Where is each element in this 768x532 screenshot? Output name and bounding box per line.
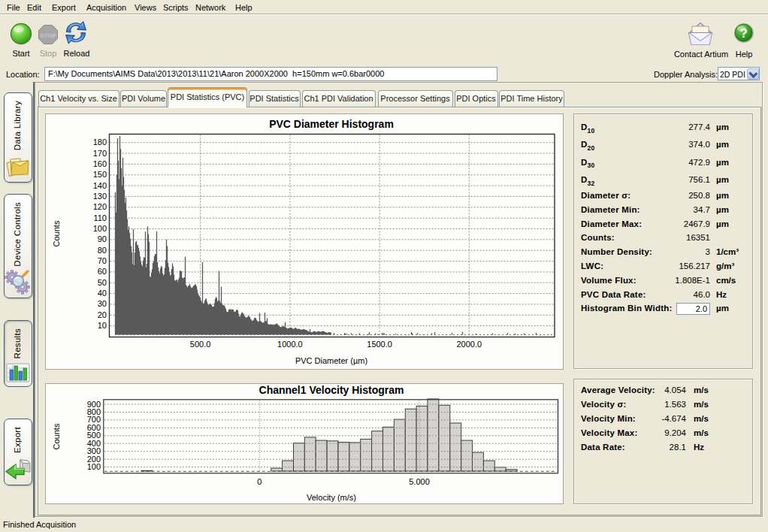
svg-text:100: 100 (93, 224, 107, 233)
svg-text:80: 80 (98, 246, 107, 255)
svg-text:30: 30 (98, 299, 107, 308)
svg-text:10: 10 (98, 321, 107, 330)
svg-text:500: 500 (87, 431, 101, 440)
svg-text:?: ? (740, 26, 748, 41)
svg-text:140: 140 (93, 181, 107, 190)
svg-text:Counts: Counts (52, 423, 61, 449)
svg-text:200: 200 (87, 455, 101, 464)
svg-text:Velocity (m/s): Velocity (m/s) (307, 493, 356, 502)
svg-text:180: 180 (93, 138, 107, 147)
svg-text:900: 900 (87, 400, 101, 409)
svg-text:Channel1 Velocity Histogram: Channel1 Velocity Histogram (259, 384, 404, 396)
svg-text:1000.0: 1000.0 (277, 340, 303, 349)
svg-text:0: 0 (257, 477, 262, 486)
svg-text:700: 700 (87, 415, 101, 424)
svg-text:5.000: 5.000 (409, 477, 430, 486)
svg-text:60: 60 (98, 267, 107, 276)
svg-text:500.0: 500.0 (190, 340, 211, 349)
svg-text:STOP: STOP (40, 32, 56, 39)
svg-text:400: 400 (87, 439, 101, 448)
svg-text:600: 600 (87, 423, 101, 432)
svg-text:Counts: Counts (52, 220, 61, 246)
svg-text:90: 90 (98, 234, 107, 243)
svg-text:100: 100 (87, 462, 101, 471)
svg-text:20: 20 (98, 310, 107, 319)
svg-text:PVC Diameter Histogram: PVC Diameter Histogram (269, 118, 394, 130)
svg-text:170: 170 (93, 149, 107, 158)
svg-text:160: 160 (93, 159, 107, 168)
svg-text:40: 40 (98, 289, 107, 298)
svg-text:800: 800 (87, 407, 101, 416)
svg-text:1500.0: 1500.0 (367, 340, 392, 349)
svg-text:50: 50 (98, 278, 107, 287)
svg-text:110: 110 (93, 213, 107, 222)
svg-text:2000.0: 2000.0 (456, 340, 482, 349)
svg-text:PVC Diameter (µm): PVC Diameter (µm) (295, 356, 367, 365)
svg-text:120: 120 (93, 202, 107, 211)
svg-text:150: 150 (93, 170, 107, 179)
svg-text:70: 70 (98, 256, 107, 265)
svg-text:130: 130 (93, 192, 107, 201)
svg-text:300: 300 (87, 446, 101, 455)
